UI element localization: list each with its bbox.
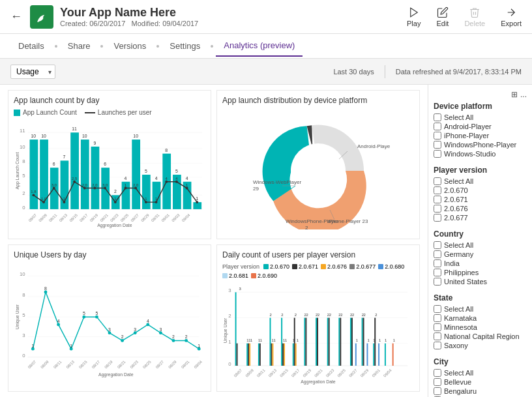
more-icon[interactable]: ...	[520, 90, 527, 99]
state-minnesota-checkbox[interactable]	[434, 323, 441, 331]
delete-button[interactable]: Delete	[464, 7, 485, 27]
state-saxony[interactable]: Saxony	[434, 342, 527, 349]
svg-rect-179	[248, 343, 249, 365]
svg-rect-23	[132, 140, 140, 209]
svg-point-61	[175, 181, 178, 183]
state-ncr-checkbox[interactable]	[434, 332, 441, 340]
svg-text:08/21: 08/21	[99, 213, 109, 223]
svg-point-124	[108, 331, 111, 334]
player-select-all[interactable]: Select All	[434, 177, 527, 185]
tab-settings[interactable]: Settings	[162, 36, 208, 56]
usage-dropdown[interactable]: Usage	[10, 65, 55, 79]
svg-text:08/09: 08/09	[244, 368, 254, 378]
player-select-all-checkbox[interactable]	[434, 177, 441, 185]
country-select-all[interactable]: Select All	[434, 241, 527, 249]
state-karnataka[interactable]: Karnataka	[434, 314, 527, 322]
svg-text:Aggregation Date: Aggregation Date	[98, 372, 134, 377]
svg-point-48	[42, 201, 45, 203]
device-iphone[interactable]: iPhone-Player	[434, 132, 527, 140]
svg-text:1: 1	[228, 338, 231, 344]
city-bengaluru[interactable]: Bengaluru	[434, 387, 527, 395]
svg-rect-180	[249, 343, 250, 365]
svg-text:2: 2	[352, 312, 354, 316]
player-2670-checkbox[interactable]	[434, 186, 441, 194]
app-title-group: Your App Name Here Created: 06/20/2017 M…	[60, 6, 407, 27]
refresh-text: Data refreshed at 9/4/2017, 8:33:14 PM	[396, 68, 522, 76]
svg-text:08/15: 08/15	[279, 368, 289, 377]
svg-text:1: 1	[367, 338, 369, 342]
city-select-all-checkbox[interactable]	[434, 369, 441, 377]
daily-count-legend: Player version 2.0.670 2.0.671 2.0.676 2…	[222, 263, 414, 279]
player-2677[interactable]: 2.0.677	[434, 214, 527, 222]
svg-text:8: 8	[22, 158, 25, 164]
device-windowsphone-checkbox[interactable]	[434, 141, 441, 149]
svg-rect-273	[362, 317, 363, 366]
country-india[interactable]: India	[434, 259, 527, 267]
device-android[interactable]: Android-Player	[434, 123, 527, 130]
device-iphone-checkbox[interactable]	[434, 132, 441, 140]
player-2671-checkbox[interactable]	[434, 196, 441, 203]
grid-icon[interactable]: ⊞	[511, 90, 518, 99]
device-select-all-checkbox[interactable]	[434, 113, 441, 121]
svg-text:2: 2	[114, 189, 117, 194]
svg-text:08/23: 08/23	[129, 359, 139, 369]
svg-point-125	[121, 338, 124, 342]
svg-text:2: 2	[375, 312, 377, 316]
svg-text:8: 8	[44, 286, 47, 291]
country-philippines[interactable]: Philippines	[434, 269, 527, 276]
state-ncr[interactable]: National Capital Region	[434, 332, 527, 340]
svg-rect-228	[305, 317, 306, 366]
city-select-all[interactable]: Select All	[434, 369, 527, 377]
edit-button[interactable]: Edit	[436, 7, 449, 27]
country-us-checkbox[interactable]	[434, 278, 441, 286]
player-2670[interactable]: 2.0.670	[434, 186, 527, 194]
player-2671[interactable]: 2.0.671	[434, 196, 527, 203]
country-india-checkbox[interactable]	[434, 259, 441, 267]
tab-versions[interactable]: Versions	[106, 36, 154, 56]
player-2677-checkbox[interactable]	[434, 214, 441, 222]
svg-rect-274	[363, 317, 364, 366]
device-windows-studio-checkbox[interactable]	[434, 150, 441, 158]
tab-details[interactable]: Details	[10, 36, 52, 56]
city-bellevue-checkbox[interactable]	[434, 378, 441, 386]
svg-point-98	[291, 143, 346, 198]
country-germany-checkbox[interactable]	[434, 250, 441, 258]
device-android-checkbox[interactable]	[434, 123, 441, 130]
svg-text:2.0: 2.0	[92, 183, 98, 187]
country-germany[interactable]: Germany	[434, 250, 527, 258]
play-button[interactable]: Play	[407, 7, 421, 27]
export-button[interactable]: Export	[501, 7, 522, 27]
toolbar: Usage Last 30 days Data refreshed at 9/4…	[0, 59, 532, 85]
svg-text:09/01: 09/01	[181, 359, 190, 369]
svg-text:08/11: 08/11	[256, 368, 266, 378]
app-logo	[30, 5, 53, 29]
state-saxony-checkbox[interactable]	[434, 342, 441, 349]
svg-text:1: 1	[373, 338, 375, 342]
device-windows-studio[interactable]: Windows-Studio	[434, 150, 527, 158]
country-philippines-checkbox[interactable]	[434, 269, 441, 276]
player-version-section: Player version Select All 2.0.670 2.0.67…	[434, 166, 527, 222]
svg-text:2: 2	[306, 312, 308, 316]
player-2676[interactable]: 2.0.676	[434, 205, 527, 213]
main-content: App launch count by day App Launch Count…	[0, 85, 532, 397]
svg-text:1: 1	[155, 197, 157, 201]
state-select-all[interactable]: Select All	[434, 305, 527, 313]
tab-share[interactable]: Share	[60, 36, 98, 56]
daily-count-svg: 3 2 1 0	[222, 282, 414, 386]
device-select-all[interactable]: Select All	[434, 113, 527, 121]
country-us[interactable]: United States	[434, 278, 527, 286]
country-select-all-checkbox[interactable]	[434, 241, 441, 249]
svg-text:1.0: 1.0	[41, 197, 47, 201]
state-select-all-checkbox[interactable]	[434, 305, 441, 313]
device-windowsphone[interactable]: WindowsPhone-Player	[434, 141, 527, 149]
state-minnesota[interactable]: Minnesota	[434, 323, 527, 331]
svg-text:08/11: 08/11	[53, 359, 63, 369]
city-bellevue[interactable]: Bellevue	[434, 378, 527, 386]
state-karnataka-checkbox[interactable]	[434, 314, 441, 322]
city-bengaluru-checkbox[interactable]	[434, 387, 441, 395]
tab-analytics[interactable]: Analytics (preview)	[216, 35, 303, 57]
svg-text:09/01: 09/01	[371, 368, 381, 378]
player-2676-checkbox[interactable]	[434, 205, 441, 213]
svg-rect-198	[271, 343, 272, 365]
back-button[interactable]: ←	[10, 10, 22, 23]
